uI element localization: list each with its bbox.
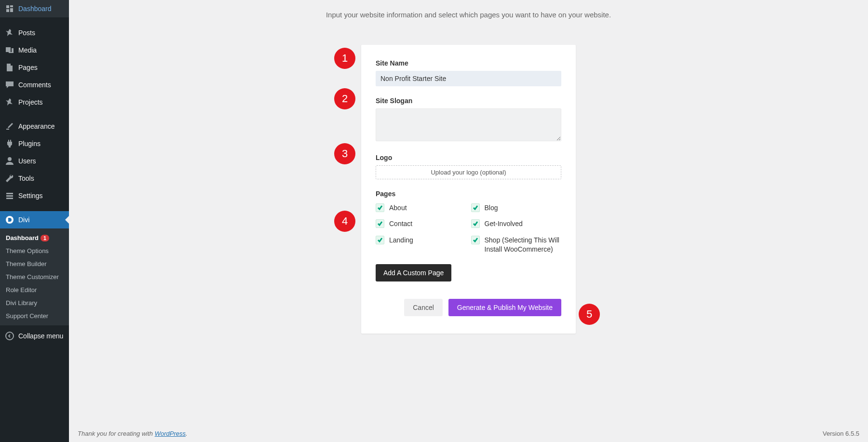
annotation-2: 2 [334,88,355,109]
divi-submenu: Dashboard 1 Theme Options Theme Builder … [0,228,69,325]
sidebar-item-dashboard[interactable]: Dashboard [0,0,69,17]
media-icon [5,45,14,55]
plug-icon [5,139,14,148]
sidebar-item-comments[interactable]: Comments [0,76,69,94]
checkbox-icon[interactable] [471,219,480,228]
sidebar-label: Media [18,46,37,54]
checkbox-icon[interactable] [471,236,480,244]
sidebar-label: Comments [18,81,51,89]
checkbox-icon[interactable] [376,203,384,212]
generate-button[interactable]: Generate & Publish My Website [448,299,561,316]
sidebar-label: Pages [18,64,38,71]
sidebar-label: Tools [18,174,34,182]
sidebar-label: Projects [18,98,43,106]
pages-icon [5,63,14,72]
annotation-3: 3 [334,143,355,164]
divi-icon [5,215,14,225]
svg-rect-2 [6,195,13,197]
logo-upload[interactable]: Upload your logo (optional) [376,165,561,179]
update-badge: 1 [41,235,49,241]
sidebar-label: Divi [18,216,29,224]
site-name-label: Site Name [376,59,561,67]
sidebar-item-posts[interactable]: Posts [0,24,69,41]
add-custom-page-button[interactable]: Add A Custom Page [376,264,451,281]
submenu-theme-options[interactable]: Theme Options [0,244,69,257]
version-text: Version 6.5.5 [823,430,859,437]
sidebar-label: Plugins [18,140,41,147]
sidebar-item-pages[interactable]: Pages [0,59,69,76]
collapse-label: Collapse menu [18,332,63,340]
sidebar-item-users[interactable]: Users [0,152,69,170]
submenu-support-center[interactable]: Support Center [0,309,69,322]
form-actions: Cancel Generate & Publish My Website [376,299,561,316]
logo-label: Logo [376,154,561,161]
sidebar-item-divi[interactable]: Divi [0,211,69,228]
user-icon [5,156,14,166]
svg-point-0 [8,157,12,161]
footer-thanks: Thank you for creating with [78,430,155,437]
svg-rect-1 [6,193,13,194]
submenu-role-editor[interactable]: Role Editor [0,283,69,296]
form-card: 1 2 3 4 5 Site Name Site Slogan Logo Upl… [361,45,576,334]
comments-icon [5,80,14,90]
intro-text: Input your website information and selec… [324,10,613,21]
annotation-5: 5 [579,304,600,325]
sidebar-label: Dashboard [18,5,52,13]
checkbox-icon[interactable] [471,203,480,212]
annotation-1: 1 [334,48,355,69]
main-content: Input your website information and selec… [69,0,868,442]
site-slogan-label: Site Slogan [376,97,561,105]
site-name-input[interactable] [376,71,561,86]
sidebar-item-appearance[interactable]: Appearance [0,118,69,135]
page-checkbox-contact[interactable]: Contact [376,219,466,229]
page-checkbox-get-involved[interactable]: Get-Involved [471,219,562,229]
wrench-icon [5,174,14,183]
sidebar-label: Appearance [18,122,55,130]
collapse-icon [5,331,14,341]
annotation-4: 4 [334,211,355,232]
admin-footer: Thank you for creating with WordPress. V… [69,425,868,442]
page-checkbox-shop[interactable]: Shop (Selecting This Will Install WooCom… [471,236,562,254]
checkbox-icon[interactable] [376,219,384,228]
page-checkbox-blog[interactable]: Blog [471,203,562,213]
submenu-theme-builder[interactable]: Theme Builder [0,257,69,270]
checkbox-icon[interactable] [376,236,384,244]
page-checkbox-about[interactable]: About [376,203,466,213]
svg-point-5 [6,332,14,340]
submenu-divi-library[interactable]: Divi Library [0,296,69,309]
sidebar-label: Users [18,157,36,165]
collapse-menu[interactable]: Collapse menu [0,327,69,345]
svg-rect-3 [6,198,13,199]
submenu-theme-customizer[interactable]: Theme Customizer [0,270,69,283]
brush-icon [5,121,14,131]
cancel-button[interactable]: Cancel [404,299,443,316]
sidebar-label: Posts [18,29,35,37]
site-slogan-input[interactable] [376,108,561,141]
page-checkbox-landing[interactable]: Landing [376,236,466,254]
settings-icon [5,191,14,201]
sidebar-item-plugins[interactable]: Plugins [0,135,69,152]
sidebar-item-media[interactable]: Media [0,41,69,59]
pin-icon [5,97,14,107]
wordpress-link[interactable]: WordPress [155,430,186,437]
pin-icon [5,28,14,38]
pages-label: Pages [376,190,561,198]
sidebar-label: Settings [18,192,43,200]
sidebar-item-projects[interactable]: Projects [0,94,69,111]
sidebar-item-settings[interactable]: Settings [0,187,69,204]
admin-sidebar: Dashboard Posts Media Pages Comments Pro… [0,0,69,442]
sidebar-item-tools[interactable]: Tools [0,170,69,187]
submenu-dashboard[interactable]: Dashboard 1 [0,231,69,244]
pages-grid: About Blog Contact Get-Involved Landing [376,203,561,254]
dashboard-icon [5,4,14,13]
